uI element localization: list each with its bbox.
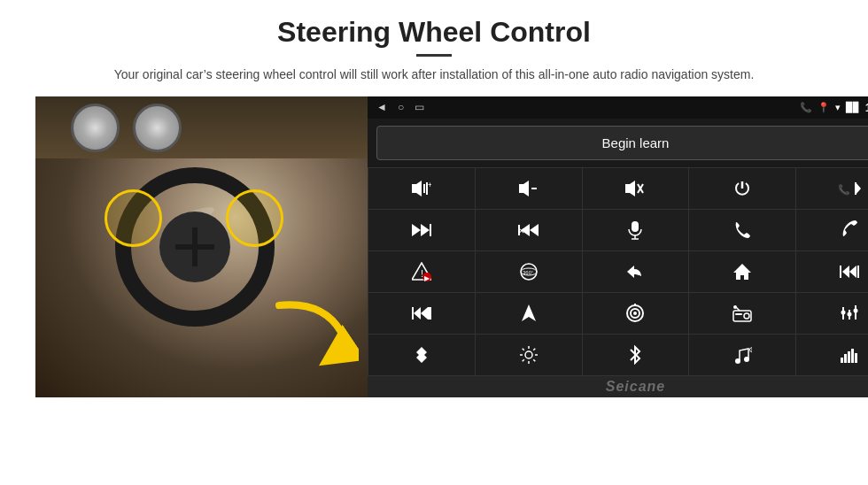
power-button[interactable]: [689, 168, 795, 209]
android-head-unit: ◄ ○ ▭ 📞 📍 ▾ ▉▊ 15:52 Begin learn: [368, 96, 868, 397]
radio-button[interactable]: [689, 293, 795, 334]
music-button[interactable]: ⚙: [689, 335, 795, 375]
svg-marker-14: [412, 224, 421, 236]
title-divider: [416, 54, 452, 57]
svg-point-43: [633, 312, 637, 315]
svg-rect-47: [735, 313, 742, 315]
svg-marker-15: [421, 224, 430, 236]
svg-rect-45: [733, 311, 751, 321]
svg-point-55: [854, 308, 858, 312]
mute-button[interactable]: ×: [583, 168, 689, 209]
wheel-hub: [159, 212, 230, 282]
svg-rect-64: [855, 353, 857, 363]
car-image: [35, 96, 368, 397]
highlight-right-buttons: [226, 189, 283, 247]
svg-text:+: +: [428, 181, 431, 189]
svg-marker-31: [733, 264, 751, 280]
bluetooth-button[interactable]: [583, 335, 689, 375]
location-icon: 📍: [818, 102, 830, 113]
svg-rect-21: [632, 221, 639, 232]
svg-rect-35: [857, 266, 859, 278]
navigation-button[interactable]: [476, 293, 582, 334]
svg-point-58: [744, 357, 749, 362]
360-view-button[interactable]: 360°: [476, 251, 582, 292]
svg-marker-7: [625, 181, 635, 196]
gauge-left: [71, 104, 120, 152]
home-nav-icon[interactable]: ○: [398, 101, 404, 113]
home-button[interactable]: [689, 251, 795, 292]
call-button[interactable]: [689, 210, 795, 250]
prev-prev-button[interactable]: [796, 251, 868, 292]
content-row: ◄ ○ ▭ 📞 📍 ▾ ▉▊ 15:52 Begin learn: [35, 96, 833, 397]
svg-marker-1: [412, 181, 422, 196]
svg-rect-62: [848, 351, 850, 363]
vol-up-button[interactable]: +: [368, 168, 475, 209]
spectrum-button[interactable]: [796, 335, 868, 375]
svg-rect-36: [412, 307, 414, 319]
svg-rect-60: [841, 358, 843, 363]
svg-marker-38: [421, 307, 428, 319]
settings-button[interactable]: [476, 335, 582, 375]
page-title: Steering Wheel Control: [277, 16, 591, 49]
svg-point-57: [735, 358, 740, 364]
begin-learn-button[interactable]: Begin learn: [376, 126, 868, 160]
svg-point-46: [744, 313, 749, 319]
svg-rect-63: [851, 349, 854, 363]
svg-point-49: [733, 305, 737, 309]
phone-icon: 📞: [800, 102, 812, 113]
signal-icon: ▉▊: [846, 102, 860, 113]
fast-next-button[interactable]: [368, 293, 475, 334]
control-grid: + ×: [368, 167, 868, 376]
nav-icons: ◄ ○ ▭: [376, 101, 424, 113]
back-nav-icon[interactable]: ◄: [376, 101, 387, 113]
gauge-right: [133, 104, 182, 152]
alert-button[interactable]: ! ▶: [368, 251, 475, 292]
arrow-container: [270, 296, 359, 371]
svg-text:📞: 📞: [838, 183, 850, 196]
page-container: Steering Wheel Control Your original car…: [0, 0, 868, 485]
wifi-icon: ▾: [835, 102, 841, 113]
begin-learn-row: Begin learn: [368, 119, 868, 167]
svg-rect-16: [430, 224, 431, 236]
recents-nav-icon[interactable]: ▭: [415, 101, 424, 113]
status-right: 📞 📍 ▾ ▉▊ 15:52: [800, 101, 868, 114]
eq-button[interactable]: [796, 293, 868, 334]
dashboard: [35, 96, 368, 158]
phone-prev-button[interactable]: 📞: [796, 168, 868, 209]
svg-point-54: [848, 312, 852, 316]
source-button[interactable]: [583, 293, 689, 334]
spoke-vertical: [192, 227, 198, 266]
mic-button[interactable]: [583, 210, 689, 250]
status-bar: ◄ ○ ▭ 📞 📍 ▾ ▉▊ 15:52: [368, 96, 868, 119]
svg-text:▶: ▶: [424, 274, 430, 281]
svg-text:360°: 360°: [523, 270, 534, 275]
mic2-button[interactable]: [368, 335, 475, 375]
svg-rect-32: [840, 266, 841, 278]
yellow-arrow-icon: [270, 296, 359, 367]
svg-rect-61: [844, 354, 847, 363]
seicane-watermark: Seicane: [606, 379, 665, 395]
svg-point-56: [525, 351, 532, 358]
highlight-left-buttons: [105, 189, 162, 247]
vol-down-button[interactable]: [476, 168, 582, 209]
fast-fwd-prev-button[interactable]: ✕: [476, 210, 582, 250]
svg-marker-34: [849, 266, 856, 278]
svg-text:✕: ✕: [518, 227, 525, 235]
subtitle-text: Your original car’s steering wheel contr…: [114, 65, 755, 84]
back-button[interactable]: [583, 251, 689, 292]
svg-marker-18: [530, 224, 539, 236]
bottom-bar: Seicane ⚙: [368, 376, 868, 398]
next-track-button[interactable]: [368, 210, 475, 250]
svg-point-53: [841, 310, 846, 314]
svg-text:×: ×: [639, 186, 642, 192]
car-background: [35, 96, 368, 397]
svg-marker-40: [522, 304, 536, 321]
svg-text:⚙: ⚙: [748, 346, 752, 354]
svg-marker-33: [842, 266, 849, 278]
svg-rect-39: [428, 307, 431, 319]
svg-marker-5: [519, 181, 529, 196]
svg-marker-37: [414, 307, 421, 319]
hang-up-button[interactable]: [796, 210, 868, 250]
